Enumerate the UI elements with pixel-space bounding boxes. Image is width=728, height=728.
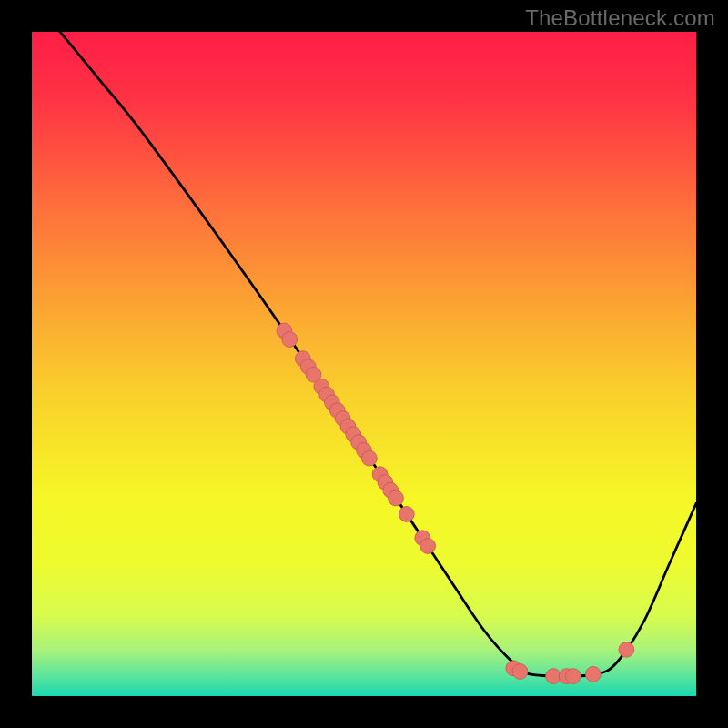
watermark-text: TheBottleneck.com: [525, 5, 715, 31]
marker-dot: [399, 507, 414, 522]
marker-dot: [619, 642, 634, 658]
marker-dot: [512, 664, 528, 680]
plot-area: [32, 32, 696, 696]
marker-dot: [420, 539, 436, 554]
curve-path: [52, 32, 696, 676]
marker-dot: [361, 450, 377, 466]
marker-dot: [389, 490, 404, 506]
chart-svg: [32, 32, 696, 696]
markers-group: [277, 323, 634, 683]
marker-dot: [566, 669, 581, 684]
marker-dot: [282, 332, 298, 348]
chart-frame: TheBottleneck.com: [0, 0, 728, 728]
marker-dot: [585, 667, 601, 682]
